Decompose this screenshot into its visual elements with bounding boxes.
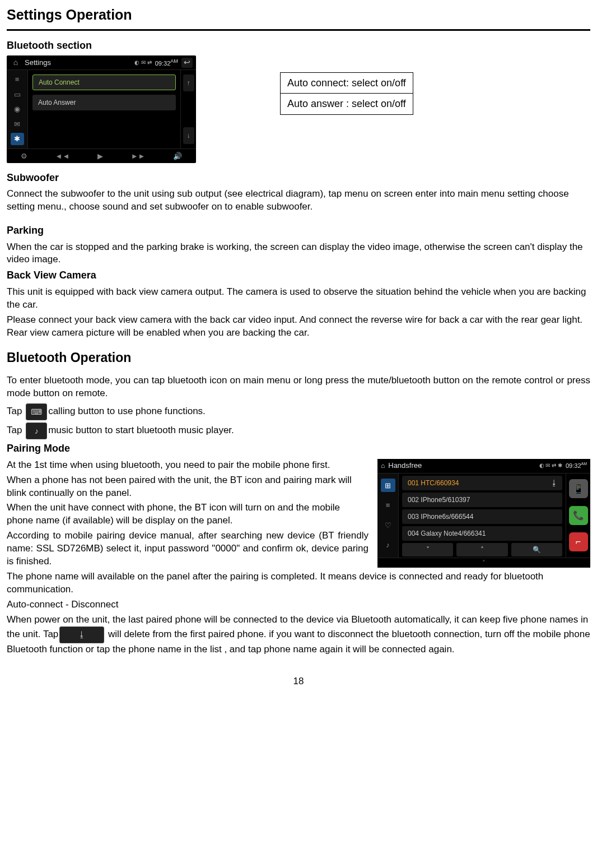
music-tab-icon[interactable]: ♪ (381, 539, 395, 552)
page-number: 18 (7, 675, 590, 688)
title-divider (7, 29, 590, 31)
bottom-settings-icon[interactable]: ⚙ (21, 151, 27, 161)
home-icon[interactable]: ⌂ (381, 461, 385, 470)
sidebar-general-icon[interactable]: ≡ (11, 73, 24, 86)
contacts-tab-icon[interactable]: ≡ (381, 499, 395, 512)
music-note-icon[interactable]: ♪ (26, 423, 47, 439)
clock: 09:32AM (155, 58, 178, 68)
clock: 09:32AM (566, 461, 587, 470)
scroll-down-icon[interactable]: ↓ (183, 127, 194, 144)
subwoofer-body: Connect the subwoofer to the unit using … (7, 188, 590, 213)
home-icon[interactable]: ⌂ (10, 58, 21, 68)
bt-enter-paragraph: To enter bluetooth mode, you can tap blu… (7, 374, 590, 400)
option-auto-connect[interactable]: Auto Connect (32, 75, 176, 90)
parking-body: When the car is stopped and the parking … (7, 241, 590, 267)
pairing-mode-heading: Pairing Mode (7, 442, 590, 455)
screenshot-title: Settings (25, 58, 51, 68)
info-table: Auto connect: select on/off Auto answer … (280, 72, 413, 115)
paired-device-item[interactable]: 002 IPhone5/610397 (402, 493, 562, 507)
sidebar-sound-icon[interactable]: ◉ (11, 103, 24, 115)
status-tray: ◐ ✉ ⇄ (134, 59, 152, 67)
sidebar-bluetooth-icon[interactable]: ✱ (11, 133, 24, 145)
paired-device-item[interactable]: 001 HTC/660934 ⭳ (402, 476, 562, 490)
delete-download-icon[interactable]: ⭳ (59, 626, 104, 643)
drawer-handle-icon[interactable]: ˄ (377, 558, 590, 568)
keypad-tab-icon[interactable]: ⊞ (381, 479, 395, 492)
tap-music-line: Tap ♪music button to start bluetooth mus… (7, 423, 590, 439)
parking-heading: Parking (7, 224, 590, 237)
handsfree-screenshot: ⌂ Handsfree ◐ ✉ ⇄ ✱ 09:32AM ⊞ ≡ ♡ ♪ 001 … (377, 459, 590, 568)
call-answer-icon[interactable]: 📞 (569, 506, 588, 525)
backcam-heading: Back View Camera (7, 268, 590, 282)
sidebar-mail-icon[interactable]: ✉ (11, 118, 24, 130)
list-down-button[interactable]: ˅ (402, 543, 453, 556)
search-button[interactable]: 🔍 (511, 543, 562, 556)
info-row-auto-answer: Auto answer : select on/off (281, 93, 413, 114)
list-up-button[interactable]: ˄ (456, 543, 507, 556)
info-row-auto-connect: Auto connect: select on/off (281, 73, 413, 93)
bottom-volume-icon[interactable]: 🔊 (173, 151, 182, 161)
screenshot-title: Handsfree (388, 461, 422, 471)
settings-screenshot: ⌂ Settings ◐ ✉ ⇄ 09:32AM ↩ ≡ ▭ ◉ ✉ ✱ Aut… (7, 55, 196, 163)
favorites-tab-icon[interactable]: ♡ (381, 518, 395, 532)
subwoofer-heading: Subwoofer (7, 171, 590, 184)
bottom-prev-icon[interactable]: ◄◄ (55, 151, 70, 161)
bluetooth-operation-heading: Bluetooth Operation (7, 349, 590, 366)
download-icon[interactable]: ⭳ (551, 478, 558, 488)
scroll-up-icon[interactable]: ↑ (183, 75, 194, 91)
backcam-p1: This unit is equipped with back view cam… (7, 286, 590, 312)
call-end-icon[interactable]: ⌐ (569, 532, 588, 551)
bottom-play-icon[interactable]: ▶ (97, 151, 103, 161)
back-icon[interactable]: ↩ (181, 58, 193, 68)
tap-calling-line: Tap ⌨calling button to use phone functio… (7, 403, 590, 420)
bluetooth-section-heading: Bluetooth section (7, 39, 590, 52)
status-tray: ◐ ✉ ⇄ ✱ (539, 462, 562, 470)
settings-sidebar: ≡ ▭ ◉ ✉ ✱ (7, 70, 28, 148)
pairing-p5: The phone name will available on the pan… (7, 570, 590, 596)
bottom-next-icon[interactable]: ►► (131, 151, 146, 161)
backcam-p2: Please connect your back view camera wit… (7, 314, 590, 340)
option-auto-answer[interactable]: Auto Answer (32, 95, 176, 110)
sidebar-display-icon[interactable]: ▭ (11, 89, 24, 101)
mobile-icon[interactable]: 📱 (569, 479, 588, 498)
keypad-icon[interactable]: ⌨ (26, 403, 47, 420)
auto-connect-body: When power on the unit, the last paired … (7, 614, 590, 656)
auto-connect-heading: Auto-connect - Disconnect (7, 598, 590, 611)
page-title: Settings Operation (7, 6, 590, 25)
paired-device-item[interactable]: 003 IPhone6s/666544 (402, 509, 562, 524)
paired-device-item[interactable]: 004 Galaxy Note4/666341 (402, 526, 562, 541)
